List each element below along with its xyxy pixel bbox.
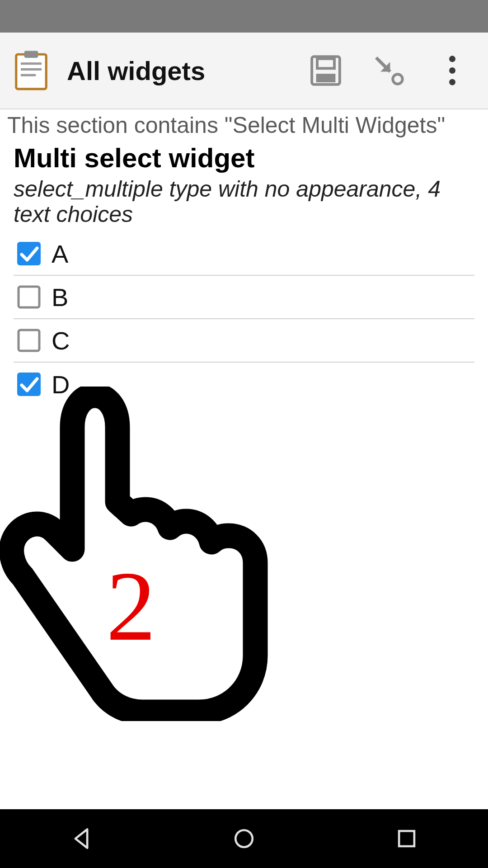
svg-rect-13: [19, 287, 39, 307]
jump-to-button[interactable]: [364, 46, 414, 95]
home-button[interactable]: [224, 818, 264, 859]
svg-point-16: [235, 830, 253, 847]
page-title: All widgets: [67, 56, 205, 86]
save-button[interactable]: [301, 46, 351, 95]
back-button[interactable]: [61, 818, 102, 859]
question-hint: select_multiple type with no appearance,…: [0, 175, 488, 232]
svg-rect-4: [21, 74, 36, 76]
svg-rect-6: [317, 59, 334, 68]
svg-point-9: [449, 56, 455, 62]
clipboard-icon[interactable]: [11, 48, 52, 93]
question-title: Multi select widget: [0, 141, 488, 175]
svg-point-10: [449, 67, 455, 74]
overview-button[interactable]: [386, 818, 427, 859]
choice-d[interactable]: D: [14, 363, 474, 406]
svg-rect-1: [24, 51, 38, 58]
status-bar: [0, 0, 488, 33]
tutorial-pointer-number: 2: [106, 549, 156, 664]
checkbox-unchecked-icon: [17, 285, 41, 309]
system-nav-bar: [0, 809, 488, 868]
svg-rect-0: [16, 54, 46, 89]
svg-rect-3: [21, 68, 42, 71]
app-header: All widgets: [0, 33, 488, 109]
svg-rect-17: [399, 831, 414, 846]
choice-c[interactable]: C: [14, 319, 474, 363]
choice-label: B: [52, 283, 68, 312]
choice-a[interactable]: A: [14, 232, 474, 276]
overflow-menu-button[interactable]: [427, 46, 477, 95]
checkbox-checked-icon: [17, 373, 41, 396]
choice-label: D: [52, 370, 70, 399]
choice-b[interactable]: B: [14, 276, 474, 319]
choice-label: C: [52, 326, 70, 355]
svg-rect-2: [21, 62, 42, 65]
choice-label: A: [52, 239, 68, 269]
tutorial-pointer-icon: 2: [0, 387, 271, 721]
svg-point-11: [449, 79, 455, 85]
checkbox-checked-icon: [17, 242, 41, 265]
section-caption: This section contains "Select Multi Widg…: [0, 109, 488, 141]
svg-rect-7: [316, 74, 336, 82]
svg-rect-14: [19, 330, 39, 351]
checkbox-unchecked-icon: [17, 329, 41, 352]
choice-list: A B C D: [0, 232, 488, 406]
svg-point-8: [393, 74, 402, 84]
